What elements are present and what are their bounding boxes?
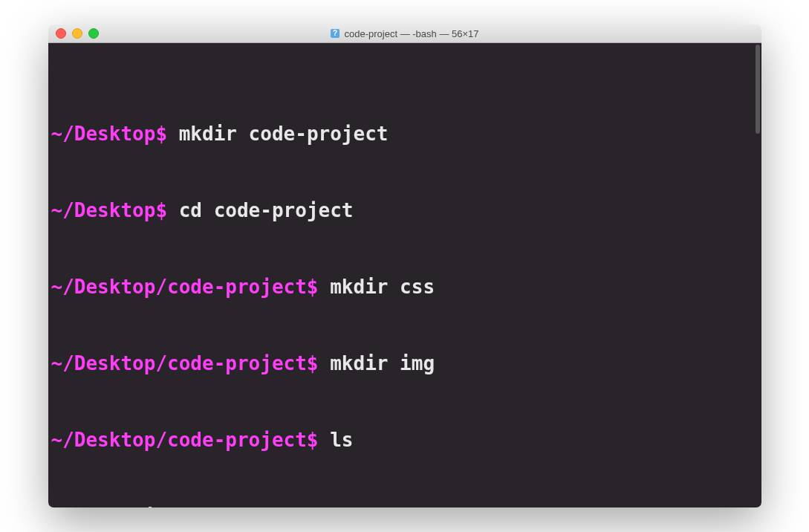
terminal-line: ~/Desktop$ cd code-project [51, 198, 758, 223]
command-text: cd code-project [167, 199, 353, 221]
prompt: ~/Desktop$ [51, 199, 168, 221]
terminal-line: ~/Desktop/code-project$ mkdir css [51, 274, 758, 299]
prompt: ~/Desktop/code-project$ [51, 429, 319, 451]
command-text: mkdir code-project [167, 123, 388, 145]
command-text: ls [319, 429, 354, 451]
prompt: ~/Desktop/code-project$ [51, 352, 319, 374]
minimize-button[interactable] [72, 28, 82, 39]
traffic-lights [48, 28, 99, 39]
close-button[interactable] [56, 28, 66, 39]
command-text: mkdir img [319, 352, 435, 374]
output-line: css img [51, 504, 758, 507]
prompt: ~/Desktop/code-project$ [51, 276, 319, 298]
terminal-line: ~/Desktop/code-project$ ls [51, 427, 758, 452]
command-text: mkdir css [319, 276, 435, 298]
svg-text:?: ? [333, 29, 337, 37]
title-bar: ? code-project — -bash — 56×17 [48, 25, 761, 43]
folder-icon: ? [330, 28, 340, 39]
prompt: ~/Desktop$ [51, 123, 168, 145]
window-title-text: code-project — -bash — 56×17 [344, 28, 478, 39]
svg-rect-0 [331, 29, 339, 38]
scrollbar[interactable] [756, 45, 760, 134]
terminal-window: ? code-project — -bash — 56×17 ~/Desktop… [48, 25, 761, 507]
terminal-body[interactable]: ~/Desktop$ mkdir code-project ~/Desktop$… [48, 43, 761, 507]
window-title: ? code-project — -bash — 56×17 [48, 28, 761, 39]
terminal-line: ~/Desktop/code-project$ mkdir img [51, 351, 758, 376]
terminal-line: ~/Desktop$ mkdir code-project [51, 121, 758, 146]
zoom-button[interactable] [88, 28, 99, 39]
